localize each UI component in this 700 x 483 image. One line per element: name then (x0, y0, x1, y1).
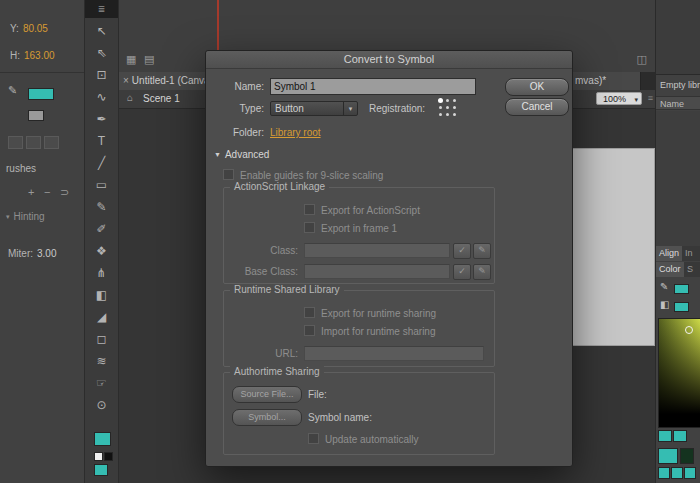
remove-brush-icon[interactable]: − (44, 186, 50, 198)
base-class-edit-button[interactable]: ✎ (473, 264, 491, 280)
swatch-chip[interactable] (680, 448, 694, 464)
swatch-chip[interactable] (658, 448, 678, 464)
eraser-tool[interactable]: ◻ (85, 328, 118, 350)
width-tool[interactable]: ≋ (85, 350, 118, 372)
default-colors-white-swatch[interactable] (94, 452, 103, 461)
selection-tool[interactable]: ↖ (85, 20, 118, 42)
checkbox-box[interactable] (223, 169, 234, 180)
registration-dot[interactable] (446, 113, 449, 116)
registration-dot[interactable] (453, 99, 456, 102)
registration-grid[interactable] (437, 97, 458, 118)
swatch-chip[interactable] (671, 467, 683, 479)
source-file-button[interactable]: Source File... (232, 386, 302, 403)
zoom-tool[interactable]: ⊙ (85, 394, 118, 416)
hinting-row[interactable]: ▾Hinting (6, 210, 45, 222)
fill-color-swatch[interactable] (94, 432, 111, 446)
text-tool[interactable]: T (85, 130, 118, 152)
tab-close-icon[interactable]: × (123, 75, 129, 86)
eyedropper-tool[interactable]: ◢ (85, 306, 118, 328)
style-option-button[interactable] (26, 136, 41, 149)
export-for-actionscript-checkbox[interactable]: Export for ActionScript (304, 204, 420, 216)
checkbox-box[interactable] (308, 433, 319, 444)
timeline-folder-icon[interactable]: ▤ (144, 53, 154, 66)
symbol-button[interactable]: Symbol... (232, 409, 302, 426)
export-runtime-sharing-checkbox[interactable]: Export for runtime sharing (304, 307, 436, 319)
stroke-color-swatch[interactable] (28, 88, 54, 100)
swatch-chip[interactable] (658, 467, 670, 479)
hand-tool[interactable]: ☞ (85, 372, 118, 394)
playhead[interactable] (217, 0, 219, 50)
update-automatically-checkbox[interactable]: Update automatically (308, 433, 418, 445)
default-colors-black-swatch[interactable] (104, 452, 113, 461)
checkbox-box[interactable] (304, 325, 315, 336)
tab-color[interactable]: Color (656, 262, 684, 277)
subselection-tool[interactable]: ⇖ (85, 42, 118, 64)
rectangle-tool[interactable]: ▭ (85, 174, 118, 196)
color-stroke-pencil-icon[interactable]: ✎ (660, 281, 668, 292)
pencil-tool[interactable]: ✎ (85, 196, 118, 218)
folder-link[interactable]: Library root (270, 127, 321, 138)
pen-tool[interactable]: ✒ (85, 108, 118, 130)
class-edit-button[interactable]: ✎ (473, 243, 491, 259)
free-transform-tool[interactable]: ⊡ (85, 64, 118, 86)
checkbox-box[interactable] (304, 204, 315, 215)
library-name-column-header[interactable]: Name (656, 96, 700, 110)
registration-dot[interactable] (453, 113, 456, 116)
add-brush-icon[interactable]: + (28, 186, 34, 198)
export-in-frame1-checkbox[interactable]: Export in frame 1 (304, 222, 397, 234)
library-item-list[interactable] (656, 111, 700, 246)
deco-tool[interactable]: ❖ (85, 240, 118, 262)
type-dropdown[interactable]: Button ▾ (270, 101, 358, 116)
class-validate-button[interactable]: ✓ (453, 243, 471, 259)
url-field[interactable] (304, 346, 484, 361)
checkbox-box[interactable] (304, 307, 315, 318)
tab-align[interactable]: Align (656, 246, 682, 261)
panel-menu-icon[interactable]: ≣ (98, 4, 106, 14)
y-value[interactable]: 80.05 (23, 23, 48, 34)
swatch-chip[interactable] (684, 467, 696, 479)
registration-dot[interactable] (446, 106, 449, 109)
editbar-menu-icon[interactable]: ≡ (648, 93, 653, 103)
registration-dot[interactable] (439, 106, 442, 109)
color-stroke-swatch[interactable] (674, 284, 689, 294)
swatch-chip[interactable] (673, 430, 687, 442)
line-tool[interactable]: ╱ (85, 152, 118, 174)
stage[interactable] (566, 148, 655, 346)
color-fill-bucket-icon[interactable]: ◧ (660, 299, 669, 310)
document-tab[interactable]: ×Untitled-1 (Canvas (119, 72, 209, 90)
registration-dot[interactable] (439, 113, 442, 116)
miter-value[interactable]: 3.00 (37, 248, 56, 259)
tab-swatches[interactable]: S (684, 262, 700, 277)
bone-tool[interactable]: ⋔ (85, 262, 118, 284)
document-tab-fragment[interactable]: mvas)* (571, 72, 641, 90)
tab-info[interactable]: In (682, 246, 700, 261)
base-class-field[interactable] (304, 264, 450, 279)
name-input[interactable] (270, 78, 476, 95)
checkbox-box[interactable] (304, 222, 315, 233)
color-fill-swatch[interactable] (674, 302, 689, 312)
style-option-button[interactable] (8, 136, 23, 149)
registration-dot[interactable] (438, 98, 443, 103)
import-runtime-sharing-checkbox[interactable]: Import for runtime sharing (304, 325, 436, 337)
color-picker-gradient[interactable] (658, 318, 700, 428)
h-value[interactable]: 163.00 (24, 50, 55, 61)
lasso-tool[interactable]: ∿ (85, 86, 118, 108)
timeline-panel-icon[interactable]: ◫ (637, 53, 647, 66)
fill-style-swatch[interactable] (28, 110, 44, 121)
registration-dot[interactable] (453, 106, 456, 109)
timeline-frames-icon[interactable]: ▦ (126, 53, 136, 66)
advanced-toggle[interactable]: ▼Advanced (214, 148, 269, 160)
registration-dot[interactable] (446, 99, 449, 102)
class-field[interactable] (304, 243, 450, 258)
base-class-validate-button[interactable]: ✓ (453, 264, 471, 280)
color-picker-cursor[interactable] (685, 326, 693, 334)
style-option-button[interactable] (44, 136, 59, 149)
brush-preset-icon[interactable]: ⊃ (60, 186, 69, 199)
scene-breadcrumb[interactable]: Scene 1 (143, 93, 180, 104)
cancel-button[interactable]: Cancel (505, 98, 569, 116)
ok-button[interactable]: OK (505, 78, 569, 96)
paint-bucket-tool[interactable]: ◧ (85, 284, 118, 306)
swap-color-swatch[interactable] (94, 464, 108, 476)
nine-slice-checkbox[interactable]: Enable guides for 9-slice scaling (223, 169, 383, 181)
swatch-chip[interactable] (658, 430, 672, 442)
